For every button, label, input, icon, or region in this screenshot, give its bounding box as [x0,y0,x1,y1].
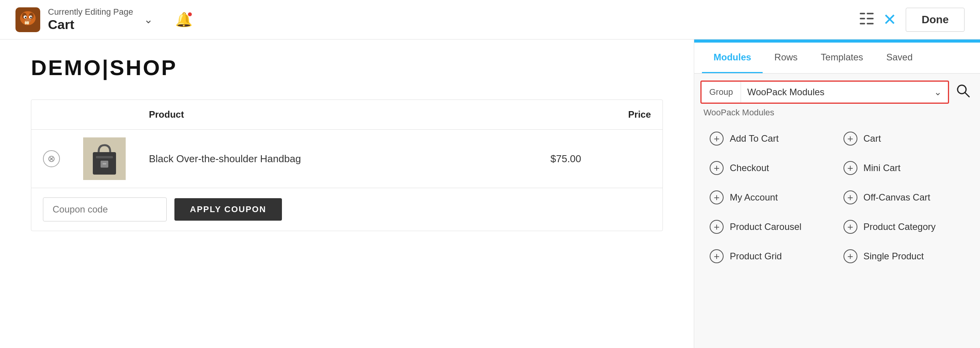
logo-separator: | [102,55,110,80]
coupon-row: APPLY COUPON [31,188,662,231]
list-item[interactable]: + Single Product [837,242,971,271]
logo-part1: DEMO [31,55,102,80]
svg-rect-10 [25,21,27,24]
remove-cell: ⊗ [31,130,72,188]
list-item[interactable]: + Off-Canvas Cart [837,183,971,212]
panel-top-bar [694,39,980,43]
module-name: Product Category [864,221,936,232]
notifications-button[interactable]: 🔔 [175,12,193,28]
done-button[interactable]: Done [906,8,965,32]
modules-grid: + Add To Cart + Cart + Checkout + Mini C… [694,124,980,271]
list-item[interactable]: + My Account [703,183,837,212]
module-name: Cart [864,133,881,144]
svg-line-22 [965,93,969,97]
module-name: Single Product [864,251,924,262]
product-image [83,137,126,180]
svg-rect-20 [102,163,106,165]
bag-image [89,141,120,176]
svg-rect-13 [860,18,865,19]
sidebar-panel: Modules Rows Templates Saved Group WooPa… [694,39,980,348]
svg-rect-9 [27,21,29,24]
list-item[interactable]: + Checkout [703,153,837,183]
svg-point-6 [25,17,26,18]
list-item[interactable]: + Cart [837,124,971,153]
coupon-input[interactable] [43,197,167,221]
col-price-header: Price [539,100,662,130]
beaver-logo [15,7,40,32]
add-circle-icon: + [843,249,857,263]
add-circle-icon: + [843,132,857,146]
logo-part2: SHOP [110,55,178,80]
demo-shop-header: DEMO|SHOP [0,39,694,88]
add-circle-icon: + [843,161,857,175]
add-circle-icon: + [710,132,724,146]
module-name: Product Grid [730,251,782,262]
col-remove [31,100,72,130]
product-name: Black Over-the-shoulder Handbag [149,153,301,165]
group-label: Group [702,82,741,103]
module-name: Add To Cart [730,133,779,144]
svg-rect-15 [860,23,865,24]
top-bar-left: Currently Editing Page Cart ⌄ 🔔 [15,7,193,32]
group-select-area[interactable]: WooPack Modules ⌄ [741,87,948,98]
apply-coupon-button[interactable]: APPLY COUPON [174,198,282,221]
remove-item-button[interactable]: ⊗ [43,150,60,167]
module-name: Checkout [730,163,769,173]
search-icon [956,84,970,98]
price-cell: $75.00 [539,130,662,188]
add-circle-icon: + [710,220,724,234]
top-bar-right: ✕ Done [860,8,965,32]
svg-point-7 [30,17,32,18]
cart-table-wrapper: Product Price ⊗ [31,99,663,231]
module-name: Mini Cart [864,163,901,173]
module-name: Off-Canvas Cart [864,192,930,203]
svg-rect-12 [867,13,874,14]
page-preview: DEMO|SHOP Product Price ⊗ [0,39,694,348]
page-chevron-button[interactable]: ⌄ [141,10,156,29]
tab-modules[interactable]: Modules [702,43,763,73]
chevron-down-icon: ⌄ [934,87,942,98]
add-circle-icon: + [710,190,724,204]
tab-templates[interactable]: Templates [809,43,874,73]
product-price: $75.00 [550,153,581,165]
demo-shop-logo: DEMO|SHOP [31,55,663,80]
col-image [72,100,137,130]
product-image-cell [72,130,137,188]
svg-rect-14 [867,18,874,19]
page-name: Cart [48,17,133,32]
group-selector-wrapper: Group WooPack Modules ⌄ [700,81,949,104]
product-name-cell: Black Over-the-shoulder Handbag [137,130,539,188]
add-circle-icon: + [710,161,724,175]
currently-editing-label: Currently Editing Page [48,7,133,17]
modules-section-title: WooPack Modules [694,105,980,124]
add-circle-icon: + [710,249,724,263]
page-info: Currently Editing Page Cart [48,7,133,32]
svg-rect-18 [96,156,113,158]
tab-saved[interactable]: Saved [875,43,924,73]
close-button[interactable]: ✕ [883,10,896,29]
add-circle-icon: + [843,190,857,204]
list-item[interactable]: + Product Grid [703,242,837,271]
main-content: DEMO|SHOP Product Price ⊗ [0,39,980,348]
list-item[interactable]: + Add To Cart [703,124,837,153]
table-row: ⊗ [31,130,662,188]
list-item[interactable]: + Mini Cart [837,153,971,183]
group-select-text: WooPack Modules [747,87,825,98]
list-icon-button[interactable] [860,12,874,28]
tab-rows[interactable]: Rows [763,43,809,73]
svg-rect-16 [867,23,874,24]
list-item[interactable]: + Product Carousel [703,212,837,242]
add-circle-icon: + [843,220,857,234]
module-name: My Account [730,192,778,203]
col-product-header: Product [137,100,539,130]
search-button[interactable] [952,80,974,105]
svg-rect-11 [860,13,865,14]
module-name: Product Carousel [730,221,801,232]
list-item[interactable]: + Product Category [837,212,971,242]
notification-dot [188,12,192,16]
top-bar: Currently Editing Page Cart ⌄ 🔔 ✕ Done [0,0,980,39]
panel-tabs: Modules Rows Templates Saved [694,43,980,74]
cart-table: Product Price ⊗ [31,100,662,188]
